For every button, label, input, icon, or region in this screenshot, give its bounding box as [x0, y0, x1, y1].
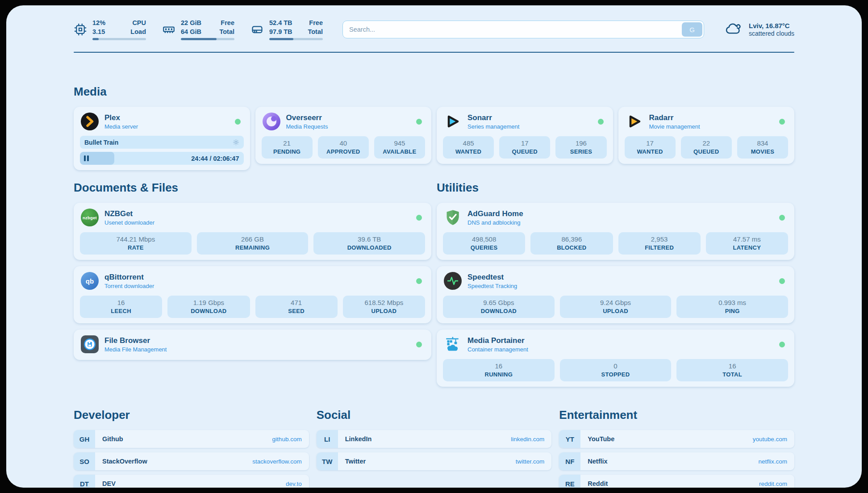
- bookmark-url: youtube.com: [753, 436, 787, 443]
- now-playing-progress: 24:44 / 02:06:47: [80, 152, 244, 165]
- status-dot: [779, 215, 785, 221]
- dashboard-panel: 12% 3.15 CPU Load: [6, 5, 862, 488]
- app-subtitle: Speedtest Tracking: [467, 283, 773, 289]
- disk-total-value: 97.9 TB: [269, 28, 292, 37]
- now-playing-progress-fill: [80, 152, 114, 165]
- stat-value: 21: [263, 139, 311, 147]
- app-name: AdGuard Home: [467, 209, 773, 218]
- plex-icon: [81, 113, 99, 130]
- app-header: AdGuard Home DNS and adblocking: [443, 207, 788, 228]
- stat-box: 22 QUEUED: [681, 136, 732, 159]
- stat-box: 618.52 Mbps UPLOAD: [343, 296, 425, 318]
- bookmark-reddit[interactable]: RE Reddit reddit.com: [559, 475, 794, 488]
- app-card-qbittorrent[interactable]: qb qBittorrent Torrent downloader 16 LEE…: [74, 266, 431, 323]
- stat-label: DOWNLOAD: [445, 308, 553, 314]
- app-card-adguard[interactable]: AdGuard Home DNS and adblocking 498,508 …: [437, 203, 794, 260]
- cpu-stat-body: 12% 3.15 CPU Load: [92, 19, 146, 40]
- app-header: nzbget NZBGet Usenet downloader: [80, 207, 425, 228]
- section-title-social: Social: [317, 408, 552, 422]
- bookmark-stackoverflow[interactable]: SO StackOverflow stackoverflow.com: [74, 452, 309, 470]
- app-header: qb qBittorrent Torrent downloader: [80, 271, 425, 291]
- status-dot: [598, 119, 604, 125]
- stat-label: PING: [678, 308, 786, 314]
- stat-label: WANTED: [626, 148, 674, 155]
- overseerr-icon: [263, 113, 280, 130]
- stat-value: 16: [82, 299, 160, 306]
- search-engine-button[interactable]: G: [682, 22, 702, 37]
- cloud-icon: [724, 21, 743, 38]
- stat-label: SERIES: [557, 148, 605, 155]
- section-documents: Documents & Files nzbget NZBGet Usenet d…: [74, 181, 431, 360]
- app-card-plex[interactable]: Plex Media server Bullet Train: [74, 107, 250, 170]
- app-card-filebrowser[interactable]: File Browser Media File Management: [74, 330, 431, 360]
- cpu-label-1: CPU: [130, 19, 146, 28]
- bookmark-name: Github: [102, 435, 272, 443]
- bookmark-dev[interactable]: DT DEV dev.to: [74, 475, 309, 488]
- app-card-portainer[interactable]: Media Portainer Container management 16 …: [437, 330, 794, 387]
- bookmark-group-social: Social LI LinkedIn linkedin.com TW Twitt…: [317, 408, 552, 488]
- app-header: File Browser Media File Management: [80, 334, 425, 355]
- bookmark-linkedin[interactable]: LI LinkedIn linkedin.com: [317, 430, 552, 448]
- screen: 12% 3.15 CPU Load: [0, 0, 868, 493]
- stat-label: RATE: [82, 244, 190, 251]
- stat-box: 9.24 Gbps UPLOAD: [560, 296, 672, 318]
- bookmark-badge: TW: [317, 452, 338, 470]
- stat-label: PENDING: [263, 148, 311, 155]
- stat-box: 21 PENDING: [262, 136, 313, 159]
- portainer-icon: [444, 335, 462, 353]
- status-dot: [416, 278, 422, 284]
- stat-box: 17 WANTED: [625, 136, 676, 159]
- stat-box: 498,508 QUERIES: [443, 232, 525, 255]
- stat-label: UPLOAD: [345, 308, 423, 314]
- search-bar[interactable]: G: [342, 21, 704, 38]
- stat-label: RUNNING: [445, 371, 553, 378]
- stat-value: 9.24 Gbps: [562, 299, 670, 306]
- stat-value: 16: [445, 362, 553, 370]
- stat-value: 485: [445, 139, 492, 147]
- stat-box: 17 QUEUED: [499, 136, 550, 159]
- app-card-sonarr[interactable]: Sonarr Series management 485 WANTED 17 Q…: [437, 107, 613, 164]
- app-header: Plex Media server: [80, 111, 244, 132]
- bookmark-url: dev.to: [286, 480, 302, 487]
- bookmark-twitter[interactable]: TW Twitter twitter.com: [317, 452, 552, 470]
- bookmark-youtube[interactable]: YT YouTube youtube.com: [559, 430, 794, 448]
- stat-value: 39.6 TB: [315, 235, 423, 243]
- section-title-documents: Documents & Files: [74, 181, 431, 195]
- status-dot: [416, 342, 422, 347]
- app-name: qBittorrent: [104, 273, 410, 282]
- app-card-radarr[interactable]: Radarr Movie management 17 WANTED 22 QUE…: [618, 107, 795, 164]
- stat-label: DOWNLOADED: [315, 244, 423, 251]
- now-playing-time: 24:44 / 02:06:47: [191, 152, 239, 165]
- app-card-overseerr[interactable]: Overseerr Media Requests 21 PENDING 40 A…: [255, 107, 432, 164]
- stat-value: 17: [501, 139, 548, 147]
- stat-box: 1.19 Gbps DOWNLOAD: [167, 296, 250, 318]
- cpu-progress-fill: [92, 38, 99, 40]
- stat-label: UPLOAD: [562, 308, 670, 314]
- disk-stat-body: 52.4 TB 97.9 TB Free Total: [269, 19, 323, 40]
- disk-stat: 52.4 TB 97.9 TB Free Total: [250, 19, 323, 40]
- stat-label: WANTED: [445, 148, 492, 155]
- bookmark-url: stackoverflow.com: [252, 458, 301, 465]
- weather-widget[interactable]: Lviv, 16.87°C scattered clouds: [724, 21, 794, 38]
- stat-value: 1.19 Gbps: [169, 299, 248, 306]
- app-header: Media Portainer Container management: [443, 334, 788, 355]
- bookmark-github[interactable]: GH Github github.com: [74, 430, 309, 448]
- app-name: File Browser: [104, 336, 410, 345]
- bookmark-name: DEV: [102, 480, 286, 487]
- now-playing-settings-icon[interactable]: [232, 138, 240, 146]
- app-header: Speedtest Speedtest Tracking: [443, 271, 788, 291]
- stat-value: 471: [257, 299, 336, 306]
- adguard-icon: [444, 209, 462, 226]
- bookmark-netflix[interactable]: NF Netflix netflix.com: [559, 452, 794, 470]
- bookmark-name: YouTube: [588, 435, 752, 443]
- stat-box: 0.993 ms PING: [676, 296, 788, 318]
- app-card-speedtest[interactable]: Speedtest Speedtest Tracking 9.65 Gbps D…: [437, 266, 794, 323]
- stat-label: APPROVED: [320, 148, 367, 155]
- app-subtitle: Media Requests: [286, 123, 411, 130]
- now-playing-title-row: Bullet Train: [80, 136, 244, 149]
- qbittorrent-icon: qb: [81, 272, 99, 290]
- stat-box: 744.21 Mbps RATE: [80, 232, 192, 255]
- search-input[interactable]: [342, 21, 704, 38]
- app-card-nzbget[interactable]: nzbget NZBGet Usenet downloader 744.21 M…: [74, 203, 431, 260]
- app-subtitle: Usenet downloader: [104, 219, 410, 226]
